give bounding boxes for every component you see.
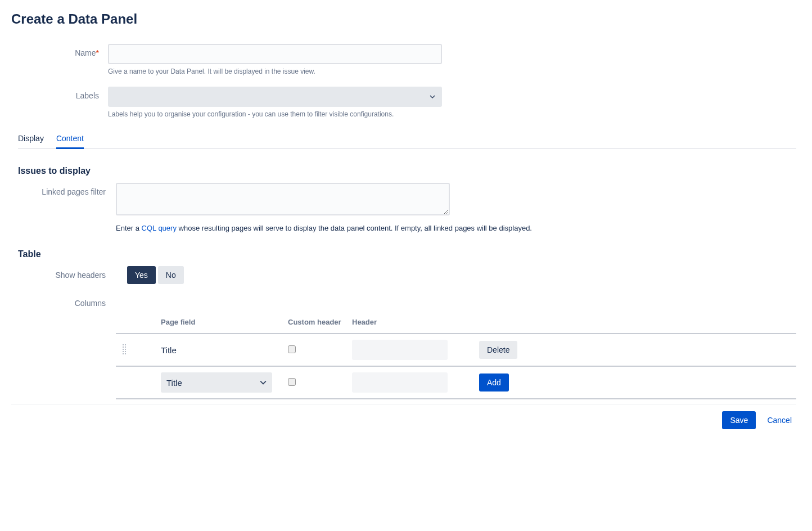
cql-query-link[interactable]: CQL query	[142, 224, 177, 232]
row-custom-header-checkbox[interactable]	[288, 345, 296, 353]
issues-section-title: Issues to display	[18, 166, 801, 176]
show-headers-label: Show headers	[11, 266, 116, 280]
show-headers-yes[interactable]: Yes	[127, 266, 156, 284]
cancel-button[interactable]: Cancel	[763, 411, 796, 429]
table-section-title: Table	[18, 249, 801, 259]
table-row: Title Delete	[116, 333, 796, 366]
col-header-page-field: Page field	[161, 318, 288, 326]
name-label: Name*	[11, 44, 108, 57]
name-help: Give a name to your Data Panel. It will …	[108, 68, 801, 75]
chevron-down-icon	[430, 94, 435, 100]
new-row-custom-header-checkbox[interactable]	[288, 378, 296, 386]
footer-actions: Save Cancel	[11, 404, 796, 429]
tab-content[interactable]: Content	[56, 129, 84, 149]
chevron-down-icon	[260, 379, 267, 386]
table-row-new: Title Add	[116, 366, 796, 399]
drag-handle-icon[interactable]	[116, 344, 161, 356]
name-input[interactable]	[108, 44, 442, 64]
labels-help: Labels help you to organise your configu…	[108, 110, 801, 118]
page-field-select[interactable]: Title	[161, 372, 272, 393]
linked-pages-filter-input[interactable]	[116, 183, 450, 215]
show-headers-no[interactable]: No	[158, 266, 184, 284]
col-header-header: Header	[352, 318, 479, 326]
col-header-custom-header: Custom header	[288, 318, 352, 326]
columns-label: Columns	[11, 294, 116, 308]
labels-select[interactable]	[108, 87, 442, 107]
linked-pages-filter-help: Enter a CQL query whose resulting pages …	[116, 224, 801, 232]
tabs: Display Content	[18, 129, 796, 149]
page-title: Create a Data Panel	[11, 11, 801, 27]
labels-label: Labels	[11, 87, 108, 100]
add-button[interactable]: Add	[479, 374, 509, 392]
tab-display[interactable]: Display	[18, 129, 44, 149]
row-page-field: Title	[161, 345, 288, 355]
columns-table: Page field Custom header Header Title De…	[116, 311, 796, 399]
row-header-input[interactable]	[352, 340, 448, 360]
linked-pages-filter-label: Linked pages filter	[11, 183, 116, 196]
save-button[interactable]: Save	[722, 411, 756, 429]
delete-button[interactable]: Delete	[479, 341, 517, 359]
new-row-header-input[interactable]	[352, 372, 448, 393]
